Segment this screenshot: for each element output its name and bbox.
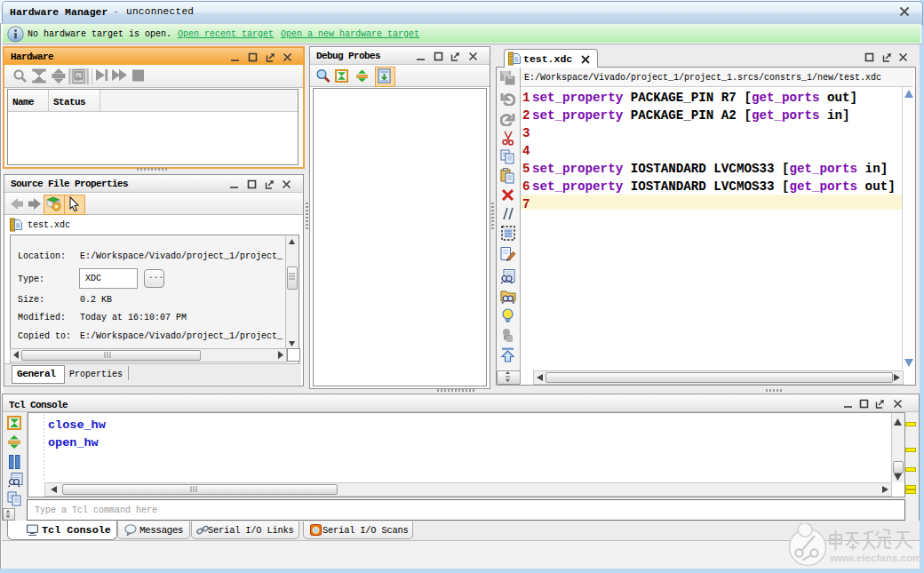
svg-text:www.elecfans.com: www.elecfans.com: [829, 552, 921, 563]
